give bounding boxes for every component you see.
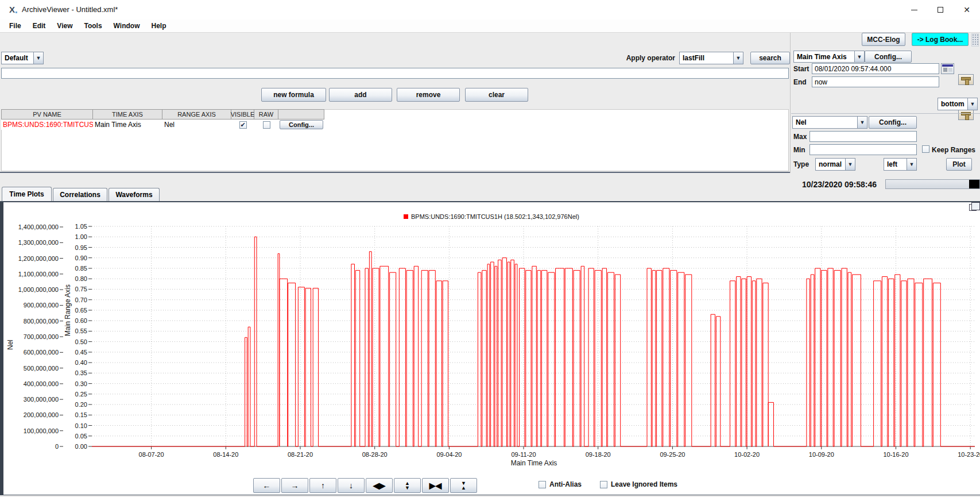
- tab-waveforms[interactable]: Waveforms: [109, 188, 160, 201]
- menu-file[interactable]: File: [3, 21, 27, 31]
- anti-alias-label: Anti-Alias: [549, 480, 582, 488]
- chevron-down-icon[interactable]: ▼: [33, 52, 44, 64]
- preset-combobox[interactable]: Default ▼: [1, 52, 44, 64]
- svg-text:0.80: 0.80: [75, 275, 87, 282]
- svg-text:1,200,000,000: 1,200,000,000: [18, 255, 59, 262]
- chevron-down-icon[interactable]: ▼: [907, 158, 917, 171]
- window-title: ArchiveViewer - Untitled.xml*: [22, 5, 118, 14]
- leave-ignored-option: Leave Ignored Items: [600, 480, 677, 488]
- add-button[interactable]: add: [329, 88, 392, 102]
- time-axis-combobox[interactable]: Main Time Axis ▼: [793, 51, 865, 63]
- svg-text:200,000,000: 200,000,000: [24, 411, 59, 418]
- minimize-button[interactable]: [901, 0, 927, 20]
- anti-alias-checkbox[interactable]: [539, 481, 546, 488]
- svg-text:800,000,000: 800,000,000: [24, 318, 59, 325]
- plot-button[interactable]: Plot: [946, 158, 972, 171]
- search-button[interactable]: search: [750, 52, 790, 64]
- close-icon: ✕: [963, 6, 970, 14]
- column-header-range-axis[interactable]: RANGE AXIS: [162, 109, 231, 120]
- pv-search-input[interactable]: [1, 68, 789, 79]
- svg-text:10-09-20: 10-09-20: [809, 451, 834, 458]
- range-axis-config-button[interactable]: Config...: [869, 116, 917, 129]
- svg-text:0.60: 0.60: [75, 317, 87, 324]
- svg-text:09-11-20: 09-11-20: [511, 451, 536, 458]
- zoom-in-y-button[interactable]: ▼▲: [450, 478, 477, 493]
- tab-correlations[interactable]: Correlations: [53, 188, 107, 201]
- range-axis-cell: Nel: [162, 121, 231, 129]
- pv-name-cell: BPMS:UNDS:1690:TMITCUS1H: [1, 121, 93, 129]
- time-axis-value: Main Time Axis: [793, 51, 854, 63]
- start-calendar-icon[interactable]: [941, 63, 954, 74]
- keep-ranges-label: Keep Ranges: [932, 146, 975, 154]
- keep-ranges-checkbox[interactable]: [922, 145, 929, 153]
- range-axis-combobox[interactable]: Nel ▼: [792, 116, 867, 129]
- visible-checkbox[interactable]: ✔: [239, 121, 247, 129]
- time-axis-cell: Main Time Axis: [93, 121, 162, 129]
- min-input[interactable]: [809, 144, 917, 155]
- column-header-pv-name[interactable]: PV NAME: [1, 109, 93, 120]
- plot-progress-bar: [885, 179, 980, 189]
- svg-text:10-23-20: 10-23-20: [958, 451, 980, 458]
- pan-down-button[interactable]: ↓: [338, 478, 365, 493]
- column-header-visible[interactable]: VISIBLE: [231, 109, 254, 120]
- row-config-button[interactable]: Config...: [280, 120, 323, 129]
- column-header-time-axis[interactable]: TIME AXIS: [93, 109, 162, 120]
- left-axis-title: Nel: [6, 340, 14, 350]
- mcc-elog-button[interactable]: MCC-Elog: [862, 33, 905, 46]
- operator-combobox[interactable]: lastFill ▼: [679, 52, 743, 64]
- chevron-down-icon[interactable]: ▼: [845, 158, 855, 171]
- leave-ignored-checkbox[interactable]: [600, 481, 607, 488]
- svg-text:600,000,000: 600,000,000: [24, 349, 59, 356]
- menu-bar: FileEditViewToolsWindowHelp: [0, 20, 980, 32]
- detach-plot-icon[interactable]: [969, 204, 977, 211]
- axis-side-combobox[interactable]: left ▼: [884, 158, 917, 171]
- chevron-down-icon[interactable]: ▼: [854, 51, 865, 63]
- clear-button[interactable]: clear: [465, 88, 528, 102]
- start-input[interactable]: [812, 63, 939, 74]
- max-input[interactable]: [809, 131, 917, 142]
- menu-window[interactable]: Window: [108, 21, 146, 31]
- pan-up-icon: ↑: [321, 481, 325, 490]
- svg-text:10-02-20: 10-02-20: [734, 451, 760, 458]
- column-header-actions[interactable]: [278, 109, 324, 120]
- zoom-out-x-button[interactable]: ◀▶: [366, 478, 393, 493]
- menu-help[interactable]: Help: [145, 21, 172, 31]
- pan-left-button[interactable]: ←: [253, 478, 280, 493]
- menu-edit[interactable]: Edit: [27, 21, 52, 31]
- svg-text:0.55: 0.55: [75, 328, 87, 334]
- pan-left-icon: ←: [263, 481, 271, 490]
- remove-button[interactable]: remove: [397, 88, 460, 102]
- menu-view[interactable]: View: [51, 21, 78, 31]
- zoom-in-x-icon: ▶◀: [429, 481, 442, 490]
- svg-text:0.75: 0.75: [75, 286, 87, 292]
- chevron-down-icon[interactable]: ▼: [733, 52, 743, 64]
- zoom-out-y-button[interactable]: ▲▼: [394, 478, 421, 493]
- tab-time-plots[interactable]: Time Plots: [2, 187, 52, 201]
- zoom-out-y-icon: ▼: [405, 486, 410, 490]
- close-button[interactable]: ✕: [954, 0, 980, 20]
- maximize-button[interactable]: [927, 0, 954, 20]
- time-plot-canvas[interactable]: 0100,000,000200,000,000300,000,000400,00…: [0, 221, 980, 458]
- axis-position-combobox[interactable]: bottom ▼: [938, 98, 978, 110]
- start-time-tool-icon[interactable]: [958, 74, 974, 85]
- log-book-button[interactable]: -> Log Book...: [912, 33, 969, 46]
- time-axis-config-button[interactable]: Config...: [865, 51, 912, 63]
- pan-right-button[interactable]: →: [281, 478, 308, 493]
- zoom-in-x-button[interactable]: ▶◀: [422, 478, 449, 493]
- range-axis-value: Nel: [792, 116, 857, 129]
- end-time-tool-icon[interactable]: [958, 109, 974, 120]
- new-formula-button[interactable]: new formula: [261, 88, 326, 102]
- table-row[interactable]: BPMS:UNDS:1690:TMITCUS1H Main Time Axis …: [1, 120, 324, 130]
- svg-text:0.20: 0.20: [75, 401, 87, 408]
- legend-swatch: [404, 214, 408, 219]
- chevron-down-icon[interactable]: ▼: [857, 116, 867, 129]
- menu-tools[interactable]: Tools: [78, 21, 107, 31]
- end-input[interactable]: [812, 76, 939, 87]
- type-combobox[interactable]: normal ▼: [815, 158, 855, 171]
- raw-checkbox[interactable]: [263, 121, 270, 129]
- pan-up-button[interactable]: ↑: [309, 478, 336, 493]
- column-header-raw[interactable]: RAW: [254, 109, 278, 120]
- pan-down-icon: ↓: [349, 481, 353, 490]
- svg-text:09-18-20: 09-18-20: [586, 451, 611, 458]
- chevron-down-icon[interactable]: ▼: [967, 98, 978, 110]
